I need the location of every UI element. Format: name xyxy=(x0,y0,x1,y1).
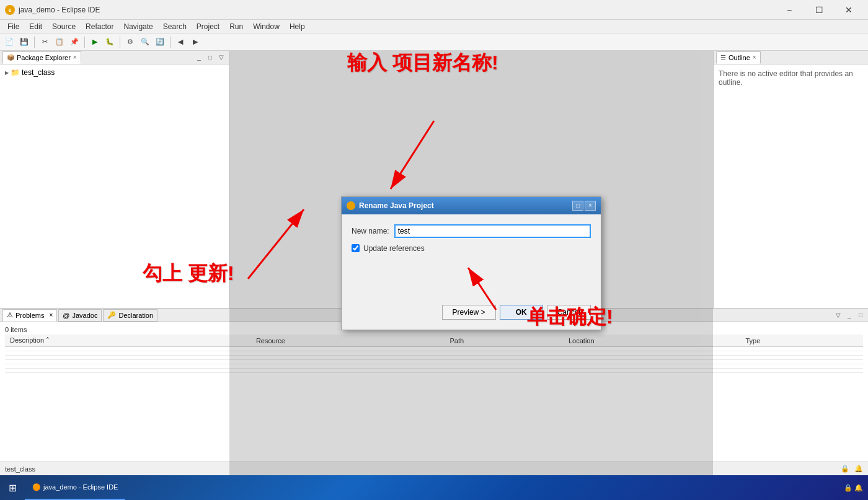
menu-edit[interactable]: Edit xyxy=(24,21,47,32)
left-panel-tab-bar: 📦 Package Explorer × _ □ ▽ xyxy=(0,51,229,64)
taskbar-right: 🔒 🔔 xyxy=(839,484,868,492)
menu-run[interactable]: Run xyxy=(224,21,248,32)
declaration-icon: 🔑 xyxy=(107,311,116,319)
new-name-input[interactable] xyxy=(394,224,591,238)
toolbar-btn-3[interactable]: ✂ xyxy=(38,35,51,49)
dialog-name-row: New name: xyxy=(352,224,591,238)
tree-arrow-icon: ▶ xyxy=(5,70,9,76)
menu-bar: File Edit Source Refactor Navigate Searc… xyxy=(0,20,868,33)
outline-close[interactable]: × xyxy=(753,54,756,61)
toolbar-sep-4 xyxy=(170,37,170,48)
collapse-bottom-btn[interactable]: _ xyxy=(844,310,854,320)
outline-label: Outline xyxy=(728,54,750,61)
problems-label: Problems xyxy=(16,312,44,319)
debug-button[interactable]: 🐛 xyxy=(103,35,117,49)
menu-window[interactable]: Window xyxy=(248,21,285,32)
new-name-label: New name: xyxy=(352,227,389,235)
outline-tab[interactable]: ☰ Outline × xyxy=(716,51,761,64)
package-explorer-icon: 📦 xyxy=(7,54,14,61)
status-icon-2: 🔔 xyxy=(854,465,863,473)
view-menu-btn[interactable]: ▽ xyxy=(216,53,226,63)
toolbar: 📄 💾 ✂ 📋 📌 ▶ 🐛 ⚙ 🔍 🔄 ◀ ▶ xyxy=(0,33,868,51)
maximize-bottom-btn[interactable]: □ xyxy=(856,310,866,320)
new-button[interactable]: 📄 xyxy=(2,35,16,49)
maximize-panel-btn[interactable]: □ xyxy=(205,53,215,63)
dialog-checkbox-row: Update references xyxy=(352,244,591,253)
toolbar-btn-2[interactable]: 💾 xyxy=(17,35,31,49)
problems-tab[interactable]: ⚠ Problems × xyxy=(2,309,57,322)
rename-dialog: Rename Java Project □ × New name: Update… xyxy=(341,196,601,330)
col-description: Description ˄ xyxy=(5,335,251,347)
toolbar-btn-6[interactable]: ⚙ xyxy=(123,35,137,49)
preview-button[interactable]: Preview > xyxy=(442,305,496,320)
dialog-close-btn[interactable]: × xyxy=(585,201,596,211)
status-right: 🔒 🔔 xyxy=(841,465,863,473)
eclipse-taskbar-item[interactable]: 🟠 java_demo - Eclipse IDE xyxy=(25,475,125,500)
toolbar-btn-9[interactable]: ◀ xyxy=(174,35,187,49)
menu-project[interactable]: Project xyxy=(192,21,224,32)
dialog-buttons: Preview > OK Cancel xyxy=(352,300,591,320)
update-references-label: Update references xyxy=(363,244,425,253)
status-icon-1: 🔒 xyxy=(841,465,849,473)
toolbar-btn-8[interactable]: 🔄 xyxy=(153,35,167,49)
toolbar-sep-2 xyxy=(84,37,85,48)
eclipse-taskbar-label: java_demo - Eclipse IDE xyxy=(43,483,118,491)
menu-refactor[interactable]: Refactor xyxy=(81,21,118,32)
update-references-checkbox[interactable] xyxy=(352,244,360,252)
javadoc-icon: @ xyxy=(63,312,69,319)
run-button[interactable]: ▶ xyxy=(88,35,102,49)
toolbar-sep-3 xyxy=(120,37,120,48)
folder-icon: 📁 xyxy=(11,68,20,77)
menu-navigate[interactable]: Navigate xyxy=(118,21,157,32)
col-type: Type xyxy=(740,335,863,347)
outline-content: There is no active editor that provides … xyxy=(714,64,868,92)
maximize-button[interactable]: ☐ xyxy=(805,0,833,20)
start-button[interactable]: ⊞ xyxy=(0,475,25,500)
dialog-title-controls: □ × xyxy=(572,201,596,211)
declaration-label: Declaration xyxy=(118,312,153,319)
dialog-title-bar: Rename Java Project □ × xyxy=(342,197,601,214)
minimize-panel-btn[interactable]: _ xyxy=(194,53,204,63)
ok-button[interactable]: OK xyxy=(500,305,543,320)
toolbar-btn-5[interactable]: 📌 xyxy=(68,35,81,49)
bottom-tab-controls: ▽ _ □ xyxy=(833,310,866,320)
center-area: Rename Java Project □ × New name: Update… xyxy=(229,51,713,475)
left-panel-controls: _ □ ▽ xyxy=(194,53,226,63)
cancel-button[interactable]: Cancel xyxy=(547,305,591,320)
app-icon: e xyxy=(5,5,15,15)
tree-root-item[interactable]: ▶ 📁 test_class xyxy=(2,67,226,78)
outline-tab-bar: ☰ Outline × xyxy=(714,51,868,64)
package-explorer-label: Package Explorer xyxy=(17,54,71,61)
menu-file[interactable]: File xyxy=(2,21,24,32)
filter-btn[interactable]: ▽ xyxy=(833,310,843,320)
dialog-eclipse-icon xyxy=(347,201,355,210)
package-explorer-tab[interactable]: 📦 Package Explorer × xyxy=(2,51,81,64)
window-controls: − ☐ ✕ xyxy=(775,0,863,20)
package-explorer-close[interactable]: × xyxy=(73,54,77,61)
outline-icon: ☰ xyxy=(720,54,726,61)
window-title: java_demo - Eclipse IDE xyxy=(19,6,775,14)
menu-source[interactable]: Source xyxy=(47,21,81,32)
problems-icon: ⚠ xyxy=(7,311,13,319)
javadoc-label: Javadoc xyxy=(72,312,97,319)
javadoc-tab[interactable]: @ Javadoc xyxy=(58,309,102,322)
menu-search[interactable]: Search xyxy=(158,21,192,32)
toolbar-btn-7[interactable]: 🔍 xyxy=(138,35,152,49)
toolbar-btn-4[interactable]: 📋 xyxy=(53,35,66,49)
toolbar-sep-1 xyxy=(34,37,35,48)
menu-help[interactable]: Help xyxy=(285,21,310,32)
outline-empty-text: There is no active editor that provides … xyxy=(719,69,853,87)
dialog-spacer xyxy=(352,263,591,300)
dialog-title-text: Rename Java Project xyxy=(359,201,572,210)
eclipse-taskbar-icon: 🟠 xyxy=(32,483,41,491)
declaration-tab[interactable]: 🔑 Declaration xyxy=(103,309,157,322)
taskbar: ⊞ 🟠 java_demo - Eclipse IDE 🔒 🔔 xyxy=(0,475,868,500)
problems-close[interactable]: × xyxy=(49,312,53,318)
toolbar-btn-10[interactable]: ▶ xyxy=(188,35,202,49)
minimize-button[interactable]: − xyxy=(775,0,804,20)
dialog-overlay: Rename Java Project □ × New name: Update… xyxy=(229,51,713,475)
close-button[interactable]: ✕ xyxy=(835,0,863,20)
taskbar-time: 🔒 🔔 xyxy=(844,484,863,492)
dialog-maximize-btn[interactable]: □ xyxy=(572,201,583,211)
title-bar: e java_demo - Eclipse IDE − ☐ ✕ xyxy=(0,0,868,20)
